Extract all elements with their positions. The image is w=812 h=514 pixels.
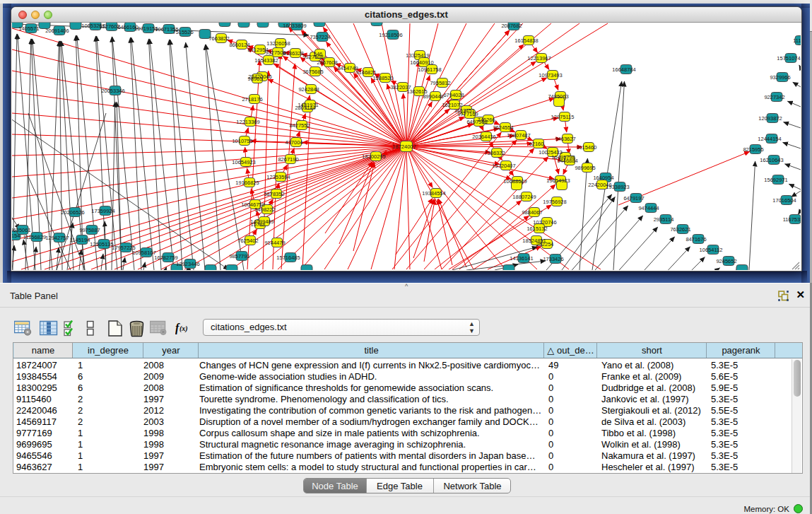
svg-text:9446884: 9446884 — [557, 158, 577, 164]
svg-text:9899695: 9899695 — [575, 165, 595, 171]
svg-text:12923446: 12923446 — [176, 261, 199, 267]
svg-text:2867608: 2867608 — [317, 59, 337, 66]
svg-text:18724007: 18724007 — [392, 144, 416, 150]
svg-text:20206526: 20206526 — [61, 209, 84, 216]
svg-text:9857791: 9857791 — [229, 253, 249, 259]
svg-text:6794028: 6794028 — [443, 92, 464, 98]
svg-text:9227342: 9227342 — [764, 94, 784, 100]
svg-text:2635061: 2635061 — [12, 227, 31, 233]
svg-text:6479197: 6479197 — [623, 195, 644, 201]
svg-text:1010755: 1010755 — [232, 138, 252, 144]
svg-text:10807487: 10807487 — [507, 132, 530, 139]
svg-text:12213967: 12213967 — [527, 55, 551, 62]
svg-text:7663822: 7663822 — [208, 35, 229, 42]
svg-text:8990448: 8990448 — [423, 93, 443, 100]
svg-text:22420046: 22420046 — [588, 182, 611, 188]
svg-text:9463627: 9463627 — [555, 136, 575, 142]
svg-text:9329966: 9329966 — [770, 74, 790, 81]
svg-text:12093872: 12093872 — [758, 115, 782, 122]
svg-text:9777169: 9777169 — [457, 111, 478, 117]
svg-text:10688609: 10688609 — [503, 178, 526, 185]
svg-text:16782759: 16782759 — [154, 255, 177, 261]
svg-text:1640954: 1640954 — [593, 175, 613, 181]
svg-text:8215955: 8215955 — [743, 146, 763, 153]
svg-text:9144479: 9144479 — [264, 240, 285, 246]
svg-text:7357224: 7357224 — [310, 34, 330, 40]
svg-text:8186328: 8186328 — [283, 50, 303, 57]
svg-text:7632621: 7632621 — [670, 226, 690, 233]
svg-text:12505135: 12505135 — [90, 241, 113, 247]
svg-text:11156829: 11156829 — [23, 234, 46, 240]
svg-text:12213369: 12213369 — [236, 119, 259, 125]
svg-text:10120746: 10120746 — [533, 219, 556, 226]
svg-text:39154: 39154 — [12, 233, 20, 239]
svg-text:19654923: 19654923 — [546, 177, 570, 184]
svg-text:1405571: 1405571 — [18, 25, 39, 32]
svg-text:19166825: 19166825 — [235, 180, 259, 186]
svg-text:1733426: 1733426 — [543, 256, 563, 262]
svg-text:2935114: 2935114 — [654, 216, 674, 223]
svg-text:417004: 417004 — [285, 139, 302, 146]
svg-text:7515526: 7515526 — [172, 29, 193, 35]
svg-text:15720407: 15720407 — [492, 163, 515, 169]
svg-text:7955812: 7955812 — [430, 80, 450, 86]
svg-text:8427552: 8427552 — [289, 122, 310, 129]
svg-text:(x): (x) — [180, 325, 188, 333]
svg-text:19218506: 19218506 — [379, 32, 402, 38]
svg-text:12975115: 12975115 — [551, 114, 575, 120]
svg-text:15751074: 15751074 — [777, 55, 800, 62]
svg-text:2718176: 2718176 — [242, 96, 262, 103]
svg-text:16648784: 16648784 — [612, 66, 635, 73]
svg-text:13226058: 13226058 — [266, 40, 290, 47]
svg-text:20364436: 20364436 — [472, 134, 495, 140]
svg-text:1112: 1112 — [793, 37, 801, 44]
svg-text:1527602: 1527602 — [99, 23, 119, 30]
svg-text:12353594: 12353594 — [266, 174, 290, 180]
svg-text:18300295: 18300295 — [362, 153, 385, 160]
svg-text:7485063: 7485063 — [548, 93, 568, 100]
svg-text:12444154: 12444154 — [758, 136, 781, 142]
svg-text:3624554: 3624554 — [493, 124, 513, 131]
svg-text:20691406: 20691406 — [45, 28, 69, 34]
svg-text:14099489: 14099489 — [250, 218, 273, 225]
svg-text:18807249: 18807249 — [512, 194, 536, 200]
svg-text:10654923: 10654923 — [232, 159, 255, 165]
svg-text:16033809: 16033809 — [283, 23, 306, 29]
svg-text:17359924: 17359924 — [91, 208, 114, 214]
svg-text:13325419: 13325419 — [406, 52, 429, 59]
svg-text:7625402: 7625402 — [237, 238, 258, 244]
svg-text:1167533: 1167533 — [783, 216, 801, 223]
svg-text:7386322: 7386322 — [484, 150, 505, 156]
svg-text:9115460: 9115460 — [577, 144, 597, 151]
svg-text:546: 546 — [314, 51, 323, 57]
svg-text:62160: 62160 — [529, 141, 544, 147]
svg-text:9245652: 9245652 — [716, 258, 736, 264]
svg-text:8660124: 8660124 — [229, 42, 249, 48]
svg-text:5878352: 5878352 — [264, 191, 284, 197]
svg-text:19384554: 19384554 — [422, 190, 445, 197]
svg-text:16640910: 16640910 — [410, 59, 433, 66]
svg-text:8267190: 8267190 — [278, 156, 298, 163]
svg-text:16543382: 16543382 — [254, 57, 278, 64]
svg-text:746266: 746266 — [477, 117, 495, 123]
svg-text:17016504: 17016504 — [772, 197, 796, 204]
svg-text:9474444: 9474444 — [638, 205, 659, 211]
svg-text:8471676: 8471676 — [686, 236, 706, 243]
svg-text:5498222: 5498222 — [254, 206, 275, 213]
svg-text:16210643: 16210643 — [760, 157, 783, 163]
svg-text:20053346: 20053346 — [101, 88, 124, 94]
svg-text:15716485: 15716485 — [276, 255, 300, 261]
svg-text:14136141: 14136141 — [510, 255, 533, 262]
svg-text:1431971: 1431971 — [298, 102, 318, 108]
svg-text:3675685: 3675685 — [302, 69, 323, 75]
svg-text:10961758: 10961758 — [418, 66, 441, 73]
svg-text:252254: 252254 — [536, 241, 553, 247]
svg-text:9975887: 9975887 — [79, 227, 100, 233]
svg-text:12942757: 12942757 — [45, 235, 69, 241]
svg-text:1615132: 1615132 — [526, 226, 547, 232]
svg-text:16154838: 16154838 — [514, 37, 538, 44]
svg-text:8454749: 8454749 — [337, 65, 358, 71]
svg-text:19756928: 19756928 — [543, 199, 566, 205]
svg-text:10654112: 10654112 — [700, 247, 723, 253]
svg-text:2087682: 2087682 — [501, 23, 522, 29]
